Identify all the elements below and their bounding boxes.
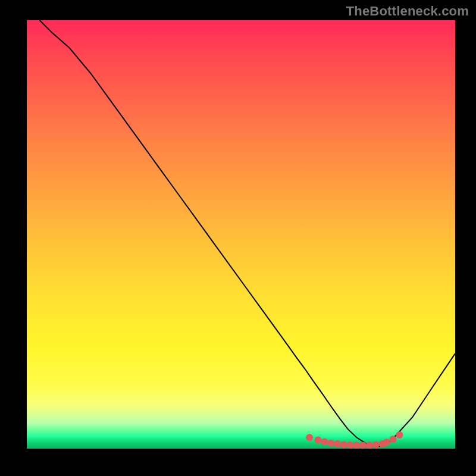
trough-marker: [340, 441, 347, 448]
main-curve: [40, 20, 455, 446]
trough-marker: [359, 441, 367, 449]
trough-marker: [383, 439, 390, 446]
plot-area: [27, 20, 455, 449]
curve-path: [40, 20, 455, 446]
trough-marker: [327, 440, 334, 447]
trough-markers: [306, 431, 403, 449]
chart-container: TheBottleneck.com: [0, 0, 476, 476]
trough-marker: [353, 441, 360, 449]
trough-marker: [372, 441, 380, 449]
trough-marker: [347, 441, 354, 449]
watermark-label: TheBottleneck.com: [346, 4, 469, 19]
trough-marker: [334, 440, 341, 447]
trough-marker: [321, 438, 328, 445]
trough-marker: [396, 431, 403, 439]
trough-marker: [306, 434, 313, 441]
curve-layer: [27, 20, 455, 449]
trough-marker: [366, 441, 373, 449]
trough-marker: [315, 437, 322, 444]
trough-marker: [390, 436, 397, 443]
